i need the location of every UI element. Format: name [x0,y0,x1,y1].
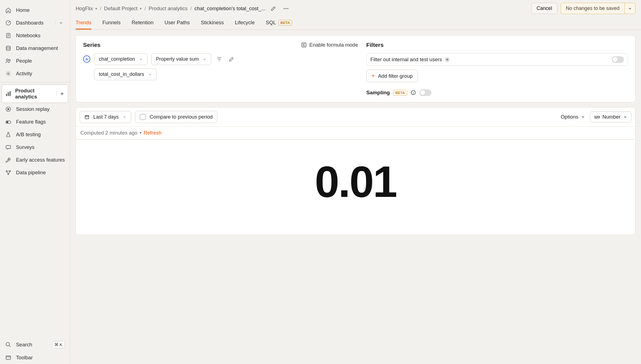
date-range-select[interactable]: Last 7 days [80,111,131,123]
rocket-icon [5,157,12,163]
result-area: 0.01 [76,140,635,235]
crumb-project[interactable]: Default Project ▾ [104,6,142,12]
nav-label: Product analytics [15,88,52,100]
cancel-button[interactable]: Cancel [531,3,557,14]
calendar-icon [84,114,89,119]
save-dropdown[interactable] [624,3,635,14]
query-panel: Series Enable formula mode A [76,35,635,102]
svg-rect-8 [10,91,11,96]
database-icon [5,45,12,52]
nav-ab-testing[interactable]: A/B testing [0,128,70,141]
svg-rect-18 [6,356,11,360]
nav-feature-flags[interactable]: Feature flags [0,116,70,128]
nav-label: Toolbar [16,355,33,361]
crumb-page[interactable]: chat_completion's total_cost_... [194,6,266,12]
svg-rect-25 [85,116,89,119]
svg-point-21 [287,8,288,9]
more-menu-button[interactable] [281,4,291,14]
internal-users-filter: Filter out internal and test users [366,53,628,66]
event-select[interactable]: chat_completion [94,53,147,65]
filter-icon[interactable] [215,55,223,63]
tab-lifecycle[interactable]: Lifecycle [235,17,255,30]
nav-label: Session replay [16,106,49,112]
nav-label: Data pipeline [16,170,46,176]
formula-mode-toggle[interactable]: Enable formula mode [301,42,358,48]
series-title: Series [83,42,100,48]
chevron-down-icon: ▾ [140,6,142,11]
rename-icon[interactable] [227,55,235,63]
add-filter-group-button[interactable]: + Add filter group [366,70,418,82]
tab-sql[interactable]: SQL BETA [266,17,292,30]
chevron-down-icon[interactable] [55,21,65,25]
gear-icon[interactable] [445,57,450,62]
nav-data-pipeline[interactable]: Data pipeline [0,166,70,179]
flask-icon [5,131,12,138]
tab-trends[interactable]: Trends [76,17,91,30]
svg-point-3 [6,59,8,61]
nav-session-replay[interactable]: Session replay [0,103,70,116]
refresh-link[interactable]: Refresh [144,130,161,136]
aggregation-select[interactable]: Property value sum [151,53,211,65]
svg-point-17 [6,342,10,346]
svg-point-23 [447,59,448,60]
sampling-toggle[interactable] [419,89,431,96]
computed-status: Computed 2 minutes ago • Refresh [76,126,635,140]
search-shortcut: ⌘ K [52,341,65,348]
nav-people[interactable]: People [0,55,70,67]
crumb-org[interactable]: HogFlix ▾ [76,6,97,12]
tab-stickiness[interactable]: Stickiness [201,17,224,30]
options-dropdown[interactable]: Options [561,114,585,120]
nav-search[interactable]: Search ⌘ K [0,338,70,351]
internal-users-toggle[interactable] [612,56,624,63]
result-value: 0.01 [76,156,635,207]
edit-title-button[interactable] [268,4,278,14]
compare-checkbox[interactable]: Compare to previous period [135,111,217,123]
svg-rect-7 [8,92,9,96]
nav-activity[interactable]: Activity [0,67,70,80]
activity-icon [5,70,12,77]
svg-point-4 [9,60,10,61]
bar-chart-icon [5,90,11,97]
chevron-down-icon [123,115,126,119]
display-type-select[interactable]: 123 Number [590,111,631,122]
nav-data-management[interactable]: Data management [0,42,70,55]
nav-notebooks[interactable]: Notebooks [0,29,70,42]
formula-icon [301,42,307,48]
info-icon[interactable] [410,90,416,95]
chevron-down-icon [139,57,143,61]
property-select[interactable]: total_cost_in_dollars [94,68,157,80]
svg-rect-6 [6,94,7,96]
nav-product-analytics[interactable]: Product analytics [2,85,68,103]
divider [0,82,70,82]
svg-point-5 [7,73,9,74]
nav-label: Search [16,342,32,348]
number-icon: 123 [594,115,600,119]
toggle-icon [5,119,12,125]
replay-icon [5,106,12,113]
tab-retention[interactable]: Retention [132,17,153,30]
svg-point-19 [284,8,285,9]
nav-early-access[interactable]: Early access features [0,154,70,166]
toolbar-icon [5,354,12,361]
tab-funnels[interactable]: Funnels [102,17,121,30]
nav-label: A/B testing [16,132,41,138]
nav-surveys[interactable]: Surveys [0,141,70,154]
nav-label: Feature flags [16,119,46,125]
nav-dashboards[interactable]: Dashboards [0,17,70,29]
nav-toolbar[interactable]: Toolbar [0,351,70,364]
nav-label: Surveys [16,144,35,150]
save-button[interactable]: No changes to be saved [561,3,624,14]
plus-icon[interactable] [57,91,65,96]
crumb-section[interactable]: Product analytics [149,6,187,12]
search-icon [5,341,12,348]
nav-label: Early access features [16,157,65,163]
nav-label: Activity [16,71,32,77]
tab-user-paths[interactable]: User Paths [165,17,190,30]
series-letter: A [83,55,90,63]
svg-point-20 [285,8,287,9]
chevron-down-icon [581,115,585,119]
nav-label: People [16,58,32,64]
topbar: HogFlix ▾ / Default Project ▾ / Product … [70,0,641,17]
svg-point-11 [7,121,8,123]
nav-home[interactable]: Home [0,4,70,17]
